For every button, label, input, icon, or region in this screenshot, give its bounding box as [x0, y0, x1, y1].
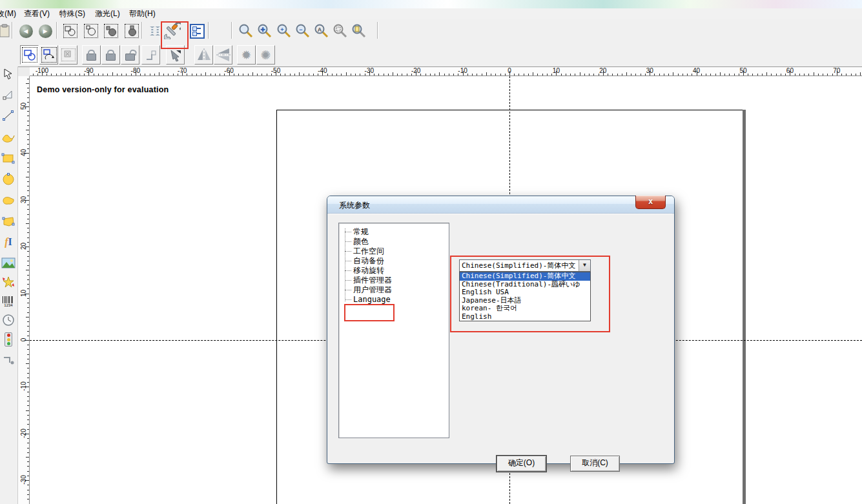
tree-item-自动备份[interactable]: 自动备份	[339, 256, 449, 266]
language-option-6[interactable]: English	[460, 313, 590, 321]
node-edit-button[interactable]	[82, 21, 100, 41]
toolbar-separator	[377, 22, 378, 39]
menu-item-2[interactable]: 查看(V)	[21, 9, 52, 19]
lock-button[interactable]	[82, 45, 101, 65]
ruler-label: 30	[637, 67, 662, 74]
workspace-right-edge	[743, 110, 746, 504]
select-rotate-button[interactable]	[39, 45, 58, 65]
freeform-tool-button[interactable]	[0, 212, 17, 231]
forward-button[interactable]: ►	[36, 21, 54, 41]
ruler-tick	[248, 74, 249, 76]
ruler-tick	[27, 228, 29, 228]
line-tool-button[interactable]	[0, 106, 17, 125]
ruler-tick	[27, 312, 29, 313]
object-list-button[interactable]	[188, 21, 206, 41]
ruler-tick	[860, 72, 861, 76]
ok-button[interactable]: 确定(O)	[497, 456, 546, 472]
ruler-tick	[584, 74, 585, 76]
ruler-label: -40	[309, 67, 335, 74]
ruler-tick	[336, 74, 337, 76]
preview-burst-icon: ✹	[241, 49, 252, 61]
ruler-tick	[27, 163, 29, 163]
menu-item-5[interactable]: 帮助(H)	[127, 9, 158, 19]
tree-item-颜色[interactable]: 颜色	[339, 237, 449, 247]
lock-icon	[87, 49, 96, 61]
combobox-dropdown-button[interactable]: ▼	[579, 260, 590, 271]
snap-corner-button[interactable]	[141, 45, 160, 65]
zoom-in-button[interactable]: +	[275, 21, 293, 41]
ruler-tick	[27, 298, 29, 299]
back-button[interactable]: ◄	[17, 21, 35, 41]
send-arrow-button[interactable]	[166, 45, 185, 65]
language-option-1[interactable]: Chinese(Simplified)-简体中文	[460, 272, 590, 281]
ruler-label: 50	[730, 67, 756, 74]
signal-light-tool-button[interactable]	[0, 330, 17, 349]
system-parameters-button[interactable]	[163, 21, 181, 41]
tree-item-language[interactable]: Language	[339, 295, 449, 305]
ruler-tick	[201, 74, 201, 76]
zoom-pan-button[interactable]: ✚	[256, 21, 274, 41]
ruler-tick	[27, 354, 29, 355]
menu-item-4[interactable]: 激光(L)	[92, 9, 123, 19]
tree-item-插件管理器[interactable]: 插件管理器	[339, 276, 449, 285]
mirror-vertical-button[interactable]	[194, 45, 213, 65]
node-break-button[interactable]	[123, 21, 141, 41]
lock-keyhole-icon	[106, 49, 116, 61]
rectangle-tool-button[interactable]	[0, 149, 17, 168]
node-select-button[interactable]	[61, 21, 79, 41]
preview-burst-button[interactable]: ✹	[237, 45, 256, 65]
ruler-tick	[159, 72, 159, 76]
zoom-page-button[interactable]	[350, 21, 368, 41]
text-tool-button[interactable]: fI	[0, 232, 17, 252]
cancel-button[interactable]: 取消(C)	[570, 456, 620, 472]
node-break-icon	[125, 24, 139, 38]
timer-tool-button[interactable]	[0, 310, 17, 330]
close-button[interactable]: x	[635, 196, 666, 209]
io-point-tool-button[interactable]	[0, 350, 17, 370]
ruler-label: -20	[403, 67, 429, 74]
ruler-tick	[196, 74, 197, 76]
tree-item-工作空间[interactable]: 工作空间	[339, 247, 449, 256]
vector-file-tool-button[interactable]	[0, 272, 17, 292]
region-select-button[interactable]	[59, 45, 77, 65]
ruler-tick	[26, 83, 29, 84]
ruler-tick	[346, 72, 347, 76]
unlock-button[interactable]	[121, 45, 139, 65]
ruler-tick	[856, 74, 856, 76]
application-window: 改(M)查看(V)特殊(S)激光(L)帮助(H) ◄►H ✚ + − A ✹✺ …	[0, 0, 862, 504]
dialog-titlebar[interactable]: 系统参数 x	[327, 196, 674, 214]
language-option-3[interactable]: English USA	[460, 288, 590, 297]
ruler-label: -10	[20, 377, 27, 396]
node-join-button[interactable]	[102, 21, 120, 41]
ruler-tick	[299, 72, 300, 76]
ruler-tick	[27, 476, 29, 476]
tree-item-用户管理器[interactable]: 用户管理器	[339, 285, 449, 295]
tree-item-常规[interactable]: 常规	[339, 227, 449, 237]
select-cursor-tool-button[interactable]	[0, 65, 17, 84]
ruler-tick	[851, 74, 852, 76]
ellipse-icon	[1, 173, 15, 186]
ruler-tick	[27, 275, 29, 276]
hatch-button[interactable]: H	[146, 21, 164, 41]
polygon-tool-button[interactable]	[0, 191, 17, 210]
zoom-selection-button[interactable]	[331, 21, 349, 41]
mirror-horizontal-button[interactable]	[214, 45, 232, 65]
settings-tree[interactable]: 常规颜色工作空间自动备份移动旋转插件管理器用户管理器Language	[338, 223, 449, 438]
zoom-window-button[interactable]	[237, 21, 255, 41]
menu-item-3[interactable]: 特殊(S)	[57, 9, 88, 19]
language-combobox[interactable]: Chinese(Simplified)-简体中文 ▼	[459, 259, 591, 272]
menu-item-1[interactable]: 改(M)	[0, 9, 19, 19]
svg-text:−: −	[299, 26, 302, 33]
zoom-all-button[interactable]: A	[313, 21, 331, 41]
curve-tool-button[interactable]	[0, 128, 17, 147]
node-editing-tool-button[interactable]	[0, 85, 17, 105]
zoom-out-button[interactable]: −	[294, 21, 312, 41]
bitmap-tool-button[interactable]	[0, 253, 17, 272]
lock-keyhole-button[interactable]	[101, 45, 120, 65]
barcode-tool-button[interactable]: 1234	[0, 292, 17, 311]
language-dropdown-list[interactable]: Chinese(Simplified)-简体中文Chinese(Traditio…	[459, 272, 591, 321]
ellipse-tool-button[interactable]	[0, 170, 17, 189]
tree-item-移动旋转[interactable]: 移动旋转	[339, 266, 449, 276]
mark-burst-button[interactable]: ✺	[256, 45, 275, 65]
select-transform-button[interactable]	[20, 45, 39, 65]
